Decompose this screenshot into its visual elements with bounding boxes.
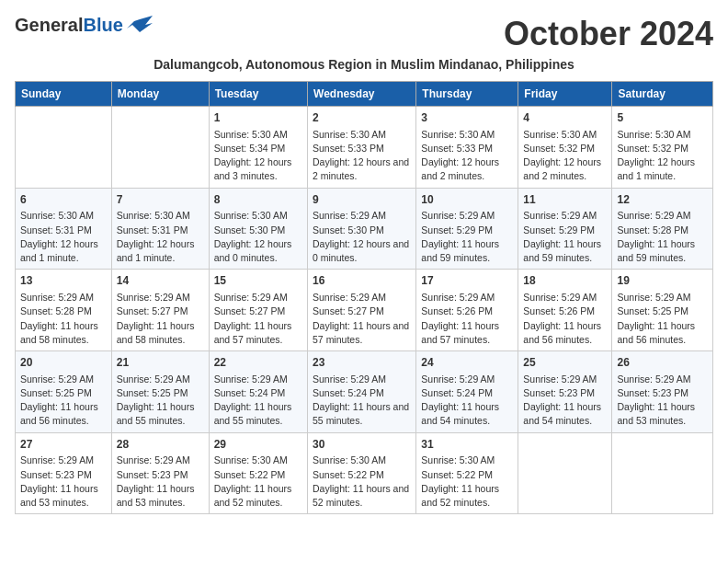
calendar-cell <box>612 432 713 514</box>
calendar-cell: 31Sunrise: 5:30 AMSunset: 5:22 PMDayligh… <box>416 432 518 514</box>
day-info: Sunrise: 5:29 AMSunset: 5:28 PMDaylight:… <box>20 291 107 347</box>
day-info: Sunrise: 5:29 AMSunset: 5:24 PMDaylight:… <box>214 373 302 429</box>
calendar-cell: 23Sunrise: 5:29 AMSunset: 5:24 PMDayligh… <box>308 351 416 433</box>
day-info: Sunrise: 5:29 AMSunset: 5:23 PMDaylight:… <box>617 373 708 429</box>
calendar-cell: 17Sunrise: 5:29 AMSunset: 5:26 PMDayligh… <box>416 270 518 351</box>
day-info: Sunrise: 5:29 AMSunset: 5:27 PMDaylight:… <box>117 291 204 347</box>
weekday-header-tuesday: Tuesday <box>209 82 307 107</box>
calendar-cell: 13Sunrise: 5:29 AMSunset: 5:28 PMDayligh… <box>16 270 112 351</box>
calendar-cell: 27Sunrise: 5:29 AMSunset: 5:23 PMDayligh… <box>16 432 112 514</box>
day-info: Sunrise: 5:29 AMSunset: 5:25 PMDaylight:… <box>617 291 708 347</box>
day-info: Sunrise: 5:29 AMSunset: 5:23 PMDaylight:… <box>117 454 204 510</box>
day-number: 10 <box>421 192 513 208</box>
calendar-cell: 26Sunrise: 5:29 AMSunset: 5:23 PMDayligh… <box>612 351 713 433</box>
weekday-header-saturday: Saturday <box>612 82 713 107</box>
day-info: Sunrise: 5:29 AMSunset: 5:26 PMDaylight:… <box>421 291 513 347</box>
calendar-cell: 11Sunrise: 5:29 AMSunset: 5:29 PMDayligh… <box>518 188 612 270</box>
day-number: 23 <box>313 355 411 371</box>
day-info: Sunrise: 5:30 AMSunset: 5:22 PMDaylight:… <box>421 454 513 510</box>
day-info: Sunrise: 5:29 AMSunset: 5:26 PMDaylight:… <box>523 291 607 347</box>
calendar-cell: 25Sunrise: 5:29 AMSunset: 5:23 PMDayligh… <box>518 351 612 433</box>
calendar-cell: 2Sunrise: 5:30 AMSunset: 5:33 PMDaylight… <box>308 107 416 189</box>
calendar-cell: 14Sunrise: 5:29 AMSunset: 5:27 PMDayligh… <box>111 270 209 351</box>
day-number: 8 <box>214 192 302 208</box>
logo: GeneralBlue <box>15 15 153 36</box>
day-info: Sunrise: 5:29 AMSunset: 5:27 PMDaylight:… <box>313 291 411 347</box>
day-number: 25 <box>523 355 607 371</box>
weekday-header-wednesday: Wednesday <box>308 82 416 107</box>
day-info: Sunrise: 5:30 AMSunset: 5:32 PMDaylight:… <box>523 128 607 184</box>
month-title: October 2024 <box>504 15 713 53</box>
day-number: 26 <box>617 355 708 371</box>
calendar-subtitle: Dalumangcob, Autonomous Region in Muslim… <box>15 57 713 72</box>
calendar-cell: 12Sunrise: 5:29 AMSunset: 5:28 PMDayligh… <box>612 188 713 270</box>
calendar-cell <box>111 107 209 189</box>
day-info: Sunrise: 5:30 AMSunset: 5:32 PMDaylight:… <box>617 128 708 184</box>
calendar-cell: 21Sunrise: 5:29 AMSunset: 5:25 PMDayligh… <box>111 351 209 433</box>
calendar-cell: 30Sunrise: 5:30 AMSunset: 5:22 PMDayligh… <box>308 432 416 514</box>
day-info: Sunrise: 5:29 AMSunset: 5:30 PMDaylight:… <box>313 209 411 265</box>
day-number: 20 <box>20 355 107 371</box>
day-number: 1 <box>214 110 302 126</box>
day-number: 24 <box>421 355 513 371</box>
day-number: 6 <box>20 192 107 208</box>
calendar-cell: 3Sunrise: 5:30 AMSunset: 5:33 PMDaylight… <box>416 107 518 189</box>
calendar-cell: 19Sunrise: 5:29 AMSunset: 5:25 PMDayligh… <box>612 270 713 351</box>
calendar-cell: 20Sunrise: 5:29 AMSunset: 5:25 PMDayligh… <box>16 351 112 433</box>
day-info: Sunrise: 5:30 AMSunset: 5:22 PMDaylight:… <box>313 454 411 510</box>
day-number: 29 <box>214 437 302 453</box>
day-number: 22 <box>214 355 302 371</box>
calendar-cell: 4Sunrise: 5:30 AMSunset: 5:32 PMDaylight… <box>518 107 612 189</box>
weekday-header-thursday: Thursday <box>416 82 518 107</box>
calendar-cell: 5Sunrise: 5:30 AMSunset: 5:32 PMDaylight… <box>612 107 713 189</box>
day-number: 30 <box>313 437 411 453</box>
day-number: 7 <box>117 192 204 208</box>
svg-marker-0 <box>127 16 153 32</box>
day-info: Sunrise: 5:30 AMSunset: 5:34 PMDaylight:… <box>214 128 302 184</box>
day-info: Sunrise: 5:30 AMSunset: 5:31 PMDaylight:… <box>117 209 204 265</box>
day-number: 31 <box>421 437 513 453</box>
day-info: Sunrise: 5:29 AMSunset: 5:23 PMDaylight:… <box>523 373 607 429</box>
calendar-cell: 7Sunrise: 5:30 AMSunset: 5:31 PMDaylight… <box>111 188 209 270</box>
calendar-cell: 16Sunrise: 5:29 AMSunset: 5:27 PMDayligh… <box>308 270 416 351</box>
day-number: 18 <box>523 273 607 289</box>
day-number: 27 <box>20 437 107 453</box>
calendar-cell: 15Sunrise: 5:29 AMSunset: 5:27 PMDayligh… <box>209 270 307 351</box>
day-number: 17 <box>421 273 513 289</box>
calendar-cell <box>518 432 612 514</box>
day-info: Sunrise: 5:30 AMSunset: 5:22 PMDaylight:… <box>214 454 302 510</box>
calendar-cell: 18Sunrise: 5:29 AMSunset: 5:26 PMDayligh… <box>518 270 612 351</box>
calendar-cell: 24Sunrise: 5:29 AMSunset: 5:24 PMDayligh… <box>416 351 518 433</box>
day-info: Sunrise: 5:29 AMSunset: 5:27 PMDaylight:… <box>214 291 302 347</box>
calendar-cell: 9Sunrise: 5:29 AMSunset: 5:30 PMDaylight… <box>308 188 416 270</box>
day-number: 21 <box>117 355 204 371</box>
day-number: 28 <box>117 437 204 453</box>
day-info: Sunrise: 5:29 AMSunset: 5:25 PMDaylight:… <box>20 373 107 429</box>
weekday-header-sunday: Sunday <box>16 82 112 107</box>
day-info: Sunrise: 5:30 AMSunset: 5:33 PMDaylight:… <box>421 128 513 184</box>
day-info: Sunrise: 5:29 AMSunset: 5:24 PMDaylight:… <box>421 373 513 429</box>
day-number: 19 <box>617 273 708 289</box>
calendar-cell: 1Sunrise: 5:30 AMSunset: 5:34 PMDaylight… <box>209 107 307 189</box>
logo-text: GeneralBlue <box>15 15 123 36</box>
day-info: Sunrise: 5:30 AMSunset: 5:33 PMDaylight:… <box>313 128 411 184</box>
day-info: Sunrise: 5:30 AMSunset: 5:30 PMDaylight:… <box>214 209 302 265</box>
calendar-cell: 6Sunrise: 5:30 AMSunset: 5:31 PMDaylight… <box>16 188 112 270</box>
calendar-cell: 29Sunrise: 5:30 AMSunset: 5:22 PMDayligh… <box>209 432 307 514</box>
day-number: 11 <box>523 192 607 208</box>
day-info: Sunrise: 5:29 AMSunset: 5:25 PMDaylight:… <box>117 373 204 429</box>
day-number: 14 <box>117 273 204 289</box>
calendar-cell: 22Sunrise: 5:29 AMSunset: 5:24 PMDayligh… <box>209 351 307 433</box>
calendar-cell <box>16 107 112 189</box>
day-info: Sunrise: 5:29 AMSunset: 5:24 PMDaylight:… <box>313 373 411 429</box>
day-info: Sunrise: 5:29 AMSunset: 5:29 PMDaylight:… <box>523 209 607 265</box>
day-number: 12 <box>617 192 708 208</box>
day-number: 4 <box>523 110 607 126</box>
weekday-header-friday: Friday <box>518 82 612 107</box>
day-number: 16 <box>313 273 411 289</box>
logo-bird-icon <box>127 16 153 36</box>
day-number: 9 <box>313 192 411 208</box>
calendar-cell: 28Sunrise: 5:29 AMSunset: 5:23 PMDayligh… <box>111 432 209 514</box>
day-number: 2 <box>313 110 411 126</box>
day-number: 3 <box>421 110 513 126</box>
